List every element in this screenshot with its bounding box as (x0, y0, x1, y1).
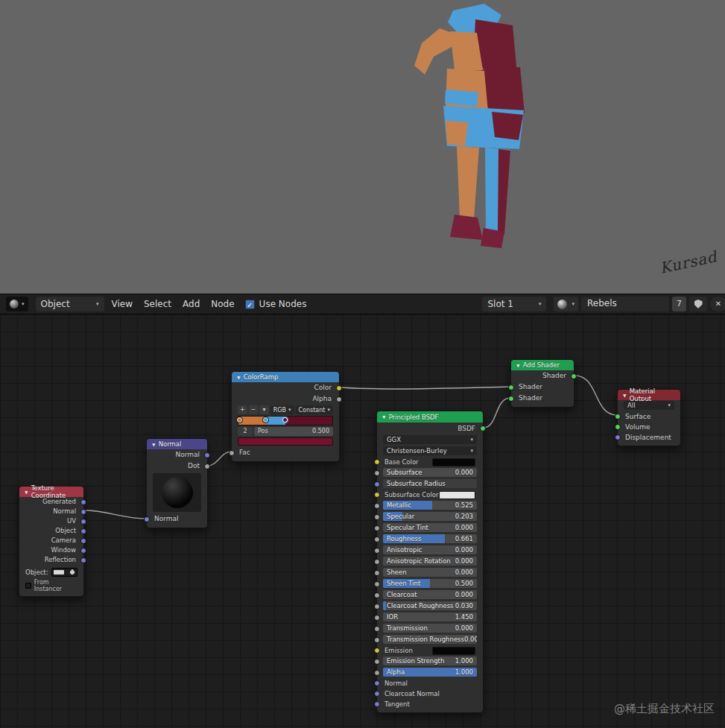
principled-row-transmission-roughness[interactable]: Transmission Roughness 0.000 (377, 635, 483, 645)
input-socket[interactable] (615, 434, 621, 440)
shader-type-dropdown[interactable]: Object ▾ (36, 297, 104, 311)
interpolation-dropdown[interactable]: Constant ▾ (296, 405, 333, 414)
principled-row-sheen-tint[interactable]: Sheen Tint 0.500 (377, 579, 483, 589)
ramp-options-button[interactable]: ▾ (259, 405, 269, 414)
value-slider[interactable]: Specular 0.203 (383, 512, 477, 521)
value-slider[interactable]: Roughness 0.661 (383, 534, 477, 543)
input-socket[interactable] (374, 659, 380, 665)
input-socket[interactable] (374, 691, 380, 697)
node-principled-bsdf[interactable]: ▼ Principled BSDF BSDF GGX ▾ Christensen… (376, 411, 484, 713)
output-socket[interactable] (80, 557, 86, 563)
node-header[interactable]: ▼ ColorRamp (232, 372, 339, 382)
viewport-3d[interactable]: Kursad (0, 0, 725, 294)
principled-row-subsurface[interactable]: Subsurface 0.000 (377, 468, 483, 478)
value-slider[interactable]: Clearcoat 0.000 (383, 590, 477, 599)
node-header[interactable]: ▼ Texture Coordinate (19, 487, 83, 497)
principled-row-tangent[interactable]: Tangent (377, 699, 483, 709)
object-field[interactable] (51, 568, 77, 577)
input-socket[interactable] (374, 637, 380, 643)
normal-output-row[interactable]: Normal (147, 449, 207, 460)
input-socket[interactable] (374, 592, 380, 598)
value-slider[interactable]: Anisotropic Rotation 0.000 (383, 557, 477, 566)
color-swatch[interactable] (439, 491, 476, 499)
checkbox-checked-icon[interactable]: ✓ (245, 300, 255, 309)
input-socket[interactable] (374, 604, 380, 610)
stop-index-field[interactable]: 2 (238, 427, 253, 436)
texcoord-output-generated[interactable]: Generated (19, 497, 83, 507)
colorramp-gradient[interactable] (238, 416, 333, 425)
principled-row-subsurface-color[interactable]: Subsurface Color (377, 490, 483, 500)
node-header[interactable]: ▼ Principled BSDF (377, 411, 483, 422)
target-dropdown[interactable]: All ▾ (624, 401, 674, 410)
fac-input-row[interactable]: Fac (232, 447, 339, 458)
displacement-input-row[interactable]: Displacement (618, 432, 680, 443)
input-socket[interactable] (229, 450, 235, 456)
principled-row-anisotropic[interactable]: Anisotropic 0.000 (377, 545, 483, 556)
output-socket[interactable] (80, 499, 86, 505)
node-header[interactable]: ▼ Normal (147, 439, 207, 449)
input-socket[interactable] (374, 680, 380, 686)
node-add-shader[interactable]: ▼ Add Shader Shader Shader Shader (510, 359, 574, 408)
texcoord-output-object[interactable]: Object (19, 526, 83, 536)
collapse-icon[interactable]: ▼ (623, 393, 627, 398)
principled-row-specular[interactable]: Specular 0.203 (377, 512, 483, 522)
node-header[interactable]: ▼ Add Shader (511, 360, 574, 370)
principled-row-normal[interactable]: Normal (377, 678, 483, 689)
alpha-output-row[interactable]: Alpha (232, 393, 339, 405)
menu-node[interactable]: Node (211, 299, 234, 309)
material-name-field[interactable]: Rebels (581, 297, 669, 311)
input-socket[interactable] (374, 525, 380, 531)
input-socket[interactable] (615, 424, 621, 430)
output-socket[interactable] (336, 385, 342, 391)
principled-row-subsurface-radius[interactable]: Subsurface Radius (377, 479, 483, 490)
output-socket[interactable] (80, 528, 86, 534)
input-socket[interactable] (374, 615, 380, 621)
input-socket[interactable] (374, 514, 380, 520)
value-slider[interactable]: Specular Tint 0.000 (383, 523, 477, 532)
collapse-icon[interactable]: ▼ (516, 363, 520, 368)
value-slider[interactable]: Transmission Roughness 0.000 (383, 635, 477, 644)
input-socket[interactable] (374, 559, 380, 565)
unlink-material-button[interactable]: ✕ (710, 297, 725, 311)
input-socket[interactable] (374, 459, 380, 465)
output-socket[interactable] (80, 509, 86, 515)
editor-type-button[interactable]: ▾ (6, 297, 28, 311)
principled-row-clearcoat-roughness[interactable]: Clearcoat Roughness 0.030 (377, 601, 483, 612)
input-socket[interactable] (374, 470, 380, 476)
texcoord-output-window[interactable]: Window (19, 545, 83, 555)
value-slider[interactable]: Sheen 0.000 (383, 568, 477, 577)
node-header[interactable]: ▼ Material Output (618, 390, 680, 400)
shader-input-row-2[interactable]: Shader (511, 393, 574, 404)
surface-input-row[interactable]: Surface (618, 411, 680, 422)
checkbox-unchecked-icon[interactable] (25, 583, 31, 589)
input-socket[interactable] (144, 516, 150, 522)
input-socket[interactable] (374, 670, 380, 676)
input-socket[interactable] (508, 396, 514, 402)
add-stop-button[interactable]: + (238, 405, 247, 414)
link-texcoord-normal[interactable] (84, 510, 146, 519)
distribution-dropdown[interactable]: GGX ▾ (383, 435, 477, 444)
output-socket[interactable] (571, 373, 577, 379)
principled-row-roughness[interactable]: Roughness 0.661 (377, 534, 483, 545)
texcoord-output-reflection[interactable]: Reflection (19, 555, 83, 565)
value-slider[interactable]: Transmission 0.000 (383, 624, 477, 633)
output-socket[interactable] (80, 548, 86, 554)
value-slider[interactable]: Alpha 1.000 (383, 668, 477, 677)
texcoord-output-normal[interactable]: Normal (19, 507, 83, 516)
node-editor-canvas[interactable]: ▼ Texture Coordinate GeneratedNormalUVOb… (0, 314, 725, 728)
principled-row-sheen[interactable]: Sheen 0.000 (377, 568, 483, 578)
color-swatch[interactable] (432, 647, 475, 655)
node-colorramp[interactable]: ▼ ColorRamp Color Alpha + − ▾ RGB ▾ (231, 371, 340, 462)
collapse-icon[interactable]: ▼ (25, 490, 28, 495)
output-socket[interactable] (204, 463, 210, 469)
principled-row-metallic[interactable]: Metallic 0.525 (377, 501, 483, 511)
output-socket[interactable] (204, 452, 210, 458)
value-slider[interactable]: IOR 1.450 (383, 613, 477, 621)
principled-row-transmission[interactable]: Transmission 0.000 (377, 624, 483, 634)
input-socket[interactable] (374, 548, 380, 554)
use-nodes-toggle[interactable]: ✓ Use Nodes (245, 299, 307, 309)
texcoord-output-camera[interactable]: Camera (19, 536, 83, 545)
input-socket[interactable] (615, 414, 621, 420)
principled-row-ior[interactable]: IOR 1.450 (377, 613, 483, 623)
color-output-row[interactable]: Color (232, 382, 339, 393)
